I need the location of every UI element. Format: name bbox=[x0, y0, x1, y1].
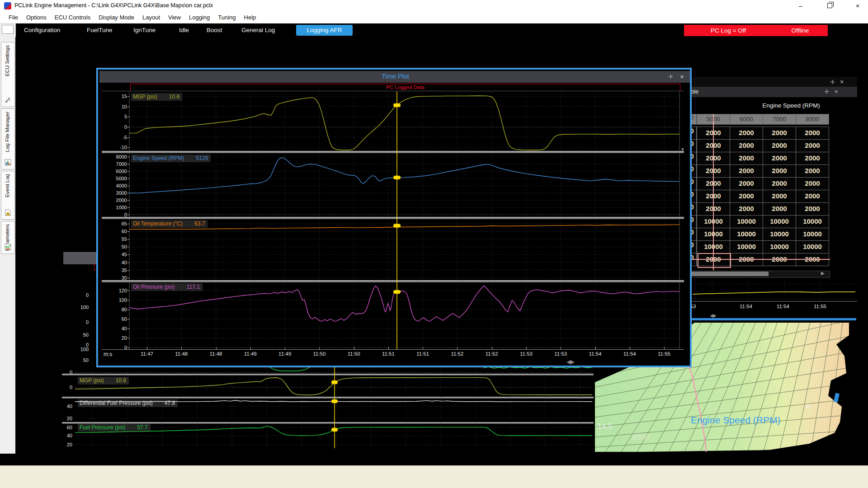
panel-label: Oil Temperature (°C)63.7 bbox=[131, 220, 208, 228]
background-axis-label: 100 bbox=[67, 305, 89, 310]
table-cell[interactable]: 2000 bbox=[796, 190, 829, 203]
tab-idle[interactable]: Idle bbox=[179, 23, 189, 37]
x-axis-tick-label: 11:53 bbox=[554, 351, 567, 357]
x-axis-tick-label: 11:49 bbox=[244, 351, 257, 357]
close-icon[interactable]: × bbox=[680, 73, 684, 80]
table-cell[interactable]: 2000 bbox=[796, 152, 829, 165]
move-icon[interactable]: ✛ bbox=[825, 89, 829, 95]
trace-sliver-flat bbox=[484, 367, 592, 368]
menu-options[interactable]: Options bbox=[22, 12, 51, 23]
table-cell[interactable]: 2000 bbox=[796, 164, 829, 178]
background-axis-label: 50 bbox=[67, 357, 89, 363]
trace-2 bbox=[129, 158, 679, 193]
column-header[interactable]: 7000 bbox=[763, 114, 796, 125]
table-cell[interactable]: 2000 bbox=[763, 190, 796, 203]
menu-layout[interactable]: Layout bbox=[138, 12, 164, 23]
table-cell[interactable]: 2000 bbox=[763, 177, 796, 190]
table-cell[interactable]: 10000 bbox=[796, 240, 829, 253]
selected-cell-highlight[interactable] bbox=[698, 253, 731, 268]
tab-general-log[interactable]: General Log bbox=[241, 23, 275, 37]
column-header[interactable]: 8000 bbox=[796, 114, 829, 125]
table-cell[interactable]: 10000 bbox=[763, 240, 796, 253]
log-file-icon bbox=[5, 159, 11, 168]
menu-display-mode[interactable]: Display Mode bbox=[94, 12, 138, 23]
table-window-bottom-border bbox=[689, 318, 856, 320]
table-cell[interactable]: 2000 bbox=[796, 202, 829, 216]
table-cell[interactable]: 10000 bbox=[796, 228, 829, 241]
tab-igntune[interactable]: IgnTune bbox=[133, 23, 156, 37]
menu-tuning[interactable]: Tuning bbox=[214, 12, 240, 23]
map-zero-label: 0 bbox=[807, 402, 810, 410]
table-cell[interactable]: 2000 bbox=[730, 139, 763, 152]
table-cell[interactable]: 2000 bbox=[796, 127, 829, 140]
menu-view[interactable]: View bbox=[164, 12, 185, 23]
sidebar-item-event-log[interactable]: Event Log bbox=[1, 171, 15, 220]
table-cell[interactable]: 2000 bbox=[730, 202, 763, 216]
timeplot-slider-handle[interactable]: ◀▶ bbox=[566, 358, 574, 365]
menu-logging[interactable]: Logging bbox=[185, 12, 214, 23]
sidebar: ECU SettingsLog File ManagerEvent LogPar… bbox=[0, 23, 16, 454]
table-axis-title: Engine Speed (RPM) bbox=[750, 102, 832, 109]
close-icon[interactable]: × bbox=[840, 78, 844, 85]
x-axis-tick-label: 11:48 bbox=[175, 351, 188, 357]
x-axis-tick-label: 11:52 bbox=[451, 351, 463, 357]
move-icon[interactable]: ✛ bbox=[830, 79, 835, 85]
column-header[interactable]: 6000 bbox=[730, 114, 763, 125]
table-cell[interactable]: 2000 bbox=[763, 164, 796, 178]
cursor-marker bbox=[393, 176, 401, 179]
close-icon[interactable]: × bbox=[835, 88, 838, 95]
panel-value: 117.1 bbox=[187, 284, 200, 290]
tab-boost[interactable]: Boost bbox=[207, 23, 222, 37]
table-cell[interactable]: 2000 bbox=[763, 253, 796, 266]
close-button[interactable]: × bbox=[847, 0, 868, 12]
screen: PCLink Engine Management - C:\Link G4X\P… bbox=[0, 0, 868, 488]
sidebar-item-log-file-manager[interactable]: Log File Manager bbox=[1, 108, 15, 169]
panel-label-text: Engine Speed (RPM) bbox=[133, 155, 184, 161]
map-tick-value: 8500 bbox=[632, 433, 649, 442]
tab-fueltune[interactable]: FuelTune bbox=[87, 23, 113, 37]
taskbar: 20°C Έντονες νεφώσ. Search bbox=[0, 465, 868, 488]
table-cell[interactable]: 2000 bbox=[730, 127, 763, 140]
panel-value: 63.7 bbox=[194, 221, 205, 227]
table-cell[interactable]: 2000 bbox=[730, 152, 763, 165]
sidebar-item-label: Event Log bbox=[5, 174, 10, 197]
pc-log-status[interactable]: PC Log = Off bbox=[684, 25, 773, 36]
menu-file[interactable]: File bbox=[5, 12, 22, 23]
tab-logging-afr[interactable]: Logging AFR bbox=[296, 25, 353, 36]
timeplot-titlebar[interactable]: Time Plot✛× bbox=[99, 71, 691, 83]
table-cell[interactable]: 2000 bbox=[763, 202, 796, 216]
mini-axis-tick-label: 11:54 bbox=[777, 304, 789, 309]
x-axis-tick-label: 11:50 bbox=[348, 351, 360, 357]
table-scrollbar-thumb[interactable] bbox=[691, 272, 769, 276]
parameters-icon bbox=[5, 244, 11, 252]
menu-help[interactable]: Help bbox=[240, 12, 260, 23]
tab-configuration[interactable]: Configuration bbox=[24, 23, 60, 37]
table-cell[interactable]: 10000 bbox=[730, 215, 763, 228]
table-cell[interactable]: 2000 bbox=[796, 177, 829, 190]
table-cell[interactable]: 10000 bbox=[763, 228, 796, 241]
restore-button[interactable] bbox=[819, 0, 840, 12]
table-cell[interactable]: 2000 bbox=[763, 152, 796, 165]
table-cell[interactable]: 2000 bbox=[730, 177, 763, 190]
table-cell[interactable]: 10000 bbox=[730, 240, 763, 253]
sidebar-item-ecu-settings[interactable]: ECU Settings bbox=[1, 42, 15, 107]
table-cell[interactable]: 10000 bbox=[763, 215, 796, 228]
table-cell[interactable]: 10000 bbox=[730, 228, 763, 241]
table-cell[interactable]: 2000 bbox=[796, 253, 829, 266]
trace-1 bbox=[75, 378, 592, 395]
sidebar-item-parameters[interactable]: Parameters bbox=[1, 221, 15, 254]
table-cell[interactable]: 2000 bbox=[730, 190, 763, 203]
table-cell[interactable]: 10000 bbox=[796, 215, 829, 228]
menu-ecu-controls[interactable]: ECU Controls bbox=[51, 12, 94, 23]
table-cell[interactable]: 2000 bbox=[796, 139, 829, 152]
minimize-button[interactable]: – bbox=[790, 0, 811, 12]
table-cell[interactable]: 2000 bbox=[763, 127, 796, 140]
pc-logged-data-banner: PC Logged Data bbox=[130, 84, 680, 91]
x-axis-tick-label: 11:55 bbox=[658, 351, 670, 357]
move-icon[interactable]: ✛ bbox=[668, 73, 673, 80]
table-cell[interactable]: 2000 bbox=[730, 164, 763, 178]
table-cell[interactable]: 2000 bbox=[763, 139, 796, 152]
table-scroll-right-arrow[interactable]: ▶ bbox=[821, 271, 825, 276]
plot-scroll-down-arrow[interactable]: ▼ bbox=[680, 147, 685, 152]
table-cell[interactable]: 2000 bbox=[730, 253, 763, 266]
